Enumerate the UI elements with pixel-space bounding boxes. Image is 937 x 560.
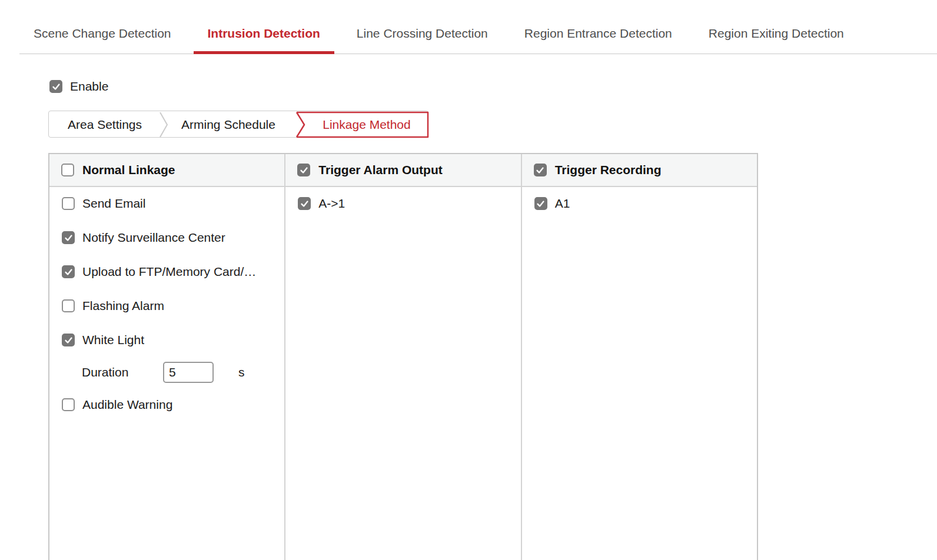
notify-surveillance-center-checkbox[interactable] bbox=[62, 231, 75, 244]
list-item: Send Email bbox=[62, 196, 284, 211]
tab-scene-change-detection[interactable]: Scene Change Detection bbox=[19, 0, 185, 54]
normal-linkage-checkbox[interactable] bbox=[61, 164, 74, 176]
enable-checkbox[interactable] bbox=[49, 80, 62, 93]
check-icon bbox=[64, 267, 74, 277]
list-item: White Light bbox=[62, 333, 284, 347]
check-icon bbox=[299, 165, 309, 175]
list-item: Notify Surveillance Center bbox=[62, 231, 284, 245]
enable-row: Enable bbox=[49, 79, 108, 94]
white-light-checkbox[interactable] bbox=[62, 334, 75, 346]
list-item: Upload to FTP/Memory Card/… bbox=[62, 265, 284, 279]
tab-region-entrance-detection[interactable]: Region Entrance Detection bbox=[510, 0, 686, 54]
alarm-output-a1-checkbox[interactable] bbox=[298, 197, 311, 210]
upload-to-ftp-checkbox[interactable] bbox=[62, 265, 75, 278]
white-light-label: White Light bbox=[82, 333, 144, 347]
list-item: Audible Warning bbox=[62, 398, 284, 412]
check-icon bbox=[535, 165, 545, 175]
send-email-checkbox[interactable] bbox=[62, 197, 75, 210]
tab-region-exiting-detection[interactable]: Region Exiting Detection bbox=[695, 0, 858, 54]
recording-a1-checkbox[interactable] bbox=[534, 197, 547, 210]
subtab-linkage-method-label: Linkage Method bbox=[304, 111, 429, 138]
recording-a1-label: A1 bbox=[555, 196, 570, 211]
list-item: A->1 bbox=[298, 196, 520, 211]
subtab-area-settings[interactable]: Area Settings bbox=[49, 111, 161, 138]
list-item: Flashing Alarm bbox=[62, 299, 284, 313]
audible-warning-checkbox[interactable] bbox=[62, 398, 75, 411]
trigger-alarm-output-header-label: Trigger Alarm Output bbox=[318, 163, 442, 177]
check-icon bbox=[300, 199, 310, 209]
alarm-output-a1-label: A->1 bbox=[318, 196, 345, 211]
list-item: A1 bbox=[534, 196, 757, 211]
send-email-label: Send Email bbox=[82, 196, 145, 211]
detection-tab-bar: Scene Change Detection Intrusion Detecti… bbox=[0, 0, 937, 54]
trigger-recording-header-label: Trigger Recording bbox=[555, 163, 662, 177]
normal-linkage-header-label: Normal Linkage bbox=[82, 163, 175, 177]
trigger-alarm-output-checkbox[interactable] bbox=[297, 164, 310, 176]
check-icon bbox=[64, 233, 74, 243]
normal-linkage-header: Normal Linkage bbox=[49, 154, 284, 187]
audible-warning-label: Audible Warning bbox=[82, 398, 172, 412]
check-icon bbox=[64, 335, 74, 345]
settings-step-bar: Area Settings Arming Schedule Linkage Me… bbox=[48, 111, 428, 138]
upload-to-ftp-label: Upload to FTP/Memory Card/… bbox=[82, 265, 256, 279]
normal-linkage-column: Normal Linkage Send Email Notify Surveil… bbox=[49, 154, 284, 560]
tab-intrusion-detection[interactable]: Intrusion Detection bbox=[194, 0, 334, 54]
duration-row: Duration s bbox=[82, 362, 284, 382]
trigger-recording-column: Trigger Recording A1 bbox=[521, 154, 757, 560]
duration-label: Duration bbox=[82, 365, 163, 379]
trigger-alarm-output-header: Trigger Alarm Output bbox=[285, 154, 520, 187]
check-icon bbox=[51, 82, 61, 92]
notify-surveillance-center-label: Notify Surveillance Center bbox=[82, 231, 225, 245]
tab-line-crossing-detection[interactable]: Line Crossing Detection bbox=[343, 0, 502, 54]
duration-unit-label: s bbox=[238, 365, 245, 379]
trigger-recording-checkbox[interactable] bbox=[534, 164, 547, 176]
subtab-linkage-method[interactable]: Linkage Method bbox=[295, 111, 429, 138]
duration-input[interactable] bbox=[163, 362, 214, 383]
flashing-alarm-label: Flashing Alarm bbox=[82, 299, 164, 313]
enable-label: Enable bbox=[70, 79, 108, 94]
subtab-arming-schedule[interactable]: Arming Schedule bbox=[170, 111, 287, 138]
check-icon bbox=[536, 199, 546, 209]
trigger-recording-header: Trigger Recording bbox=[522, 154, 757, 187]
linkage-method-table: Normal Linkage Send Email Notify Surveil… bbox=[48, 153, 758, 560]
flashing-alarm-checkbox[interactable] bbox=[62, 299, 75, 312]
trigger-alarm-output-column: Trigger Alarm Output A->1 bbox=[284, 154, 520, 560]
